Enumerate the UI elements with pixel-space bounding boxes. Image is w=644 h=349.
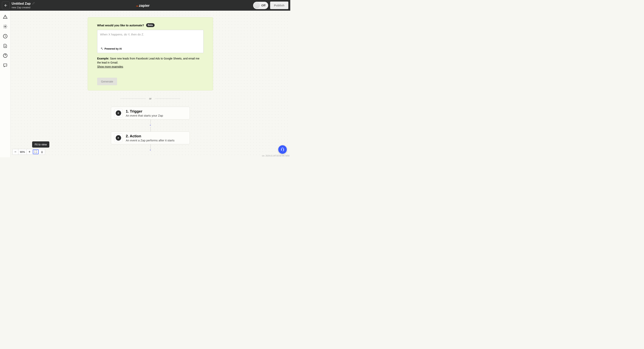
step-icon-wrap bbox=[114, 134, 123, 142]
toggle-label: Off bbox=[261, 4, 266, 7]
zoom-out-button[interactable]: − bbox=[12, 149, 18, 155]
zap-title[interactable]: Untitled Zap bbox=[12, 2, 30, 6]
step-title: 2. Action bbox=[126, 134, 174, 138]
powered-by-ai-label: Powered by AI bbox=[100, 47, 201, 50]
example-text: Example: Save new leads from Facebook Le… bbox=[97, 57, 204, 69]
step-subtitle: An event that starts your Zap bbox=[126, 114, 163, 117]
action-step-card[interactable]: 2. Action An event a Zap performs after … bbox=[111, 132, 190, 144]
export-button[interactable] bbox=[39, 149, 45, 155]
zoom-controls: − 90% + bbox=[12, 149, 45, 155]
svg-point-2 bbox=[5, 26, 6, 27]
sparkle-icon bbox=[100, 47, 103, 50]
ai-prompt-input[interactable] bbox=[100, 33, 201, 47]
step-title: 1. Trigger bbox=[126, 109, 163, 114]
beta-badge: Beta bbox=[146, 23, 154, 27]
connector-line bbox=[150, 127, 150, 132]
fit-to-view-button[interactable] bbox=[33, 150, 39, 154]
editor-canvas[interactable]: What would you like to automate? Beta Po… bbox=[10, 11, 290, 157]
bolt-icon bbox=[116, 110, 121, 116]
add-step-button[interactable]: + bbox=[150, 124, 151, 127]
ai-input-container: Powered by AI bbox=[97, 30, 204, 53]
header-title-block: Untitled Zap new Zap created bbox=[12, 2, 35, 9]
version-label: ver. 2024-01-04T20:50-9fc7df30 bbox=[262, 155, 290, 157]
arrow-left-icon bbox=[4, 4, 8, 7]
clock-icon[interactable] bbox=[3, 34, 8, 39]
steps-container: 1. Trigger An event that starts your Zap… bbox=[10, 107, 290, 152]
zap-history-icon[interactable] bbox=[3, 44, 8, 48]
headset-icon bbox=[280, 147, 285, 152]
ai-panel-title: What would you like to automate? bbox=[97, 24, 144, 27]
zap-subtitle: new Zap created bbox=[12, 6, 35, 9]
left-sidebar bbox=[0, 11, 10, 157]
or-divider: or bbox=[120, 97, 180, 100]
gear-icon[interactable] bbox=[3, 24, 8, 29]
floating-help-button[interactable] bbox=[278, 145, 287, 154]
zapier-logo: zapier bbox=[136, 3, 154, 8]
alert-icon[interactable] bbox=[3, 15, 8, 19]
help-icon[interactable] bbox=[3, 53, 8, 58]
app-header: Untitled Zap new Zap created zapier Off … bbox=[0, 0, 290, 11]
publish-button[interactable]: Publish bbox=[270, 2, 288, 9]
show-more-examples-link[interactable]: Show more examples bbox=[97, 65, 123, 68]
zap-enable-toggle[interactable]: Off bbox=[253, 2, 268, 9]
toggle-knob bbox=[254, 3, 260, 8]
generate-button[interactable]: Generate bbox=[97, 78, 117, 85]
fit-to-view-tooltip: Fit to view bbox=[32, 141, 49, 148]
zoom-level: 90% bbox=[18, 149, 27, 155]
trigger-step-card[interactable]: 1. Trigger An event that starts your Zap bbox=[111, 107, 190, 120]
bolt-icon bbox=[116, 135, 121, 141]
step-icon-wrap bbox=[114, 109, 123, 117]
comment-icon[interactable] bbox=[3, 63, 8, 68]
ai-automate-panel: What would you like to automate? Beta Po… bbox=[88, 17, 213, 91]
step-subtitle: An event a Zap performs after it starts bbox=[126, 139, 174, 142]
edit-icon[interactable] bbox=[32, 2, 35, 6]
svg-rect-0 bbox=[136, 6, 138, 7]
add-step-button[interactable]: + bbox=[150, 149, 151, 152]
svg-text:zapier: zapier bbox=[139, 4, 150, 8]
back-button[interactable] bbox=[2, 2, 10, 9]
zoom-in-button[interactable]: + bbox=[27, 149, 32, 155]
